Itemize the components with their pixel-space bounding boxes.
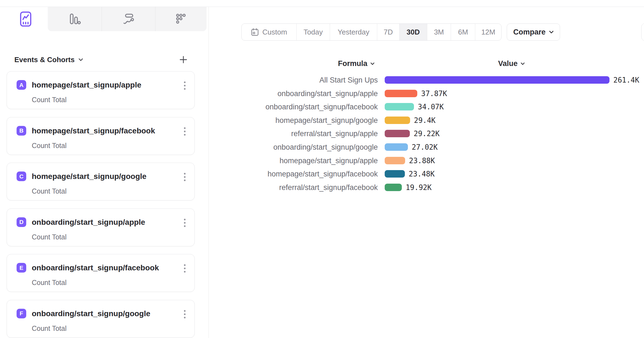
add-event-button[interactable] <box>178 55 188 65</box>
kebab-menu-icon[interactable] <box>183 264 186 273</box>
event-name: onboarding/start_signup/apple <box>32 218 175 227</box>
event-metric[interactable]: Count Total <box>32 279 67 287</box>
formula-header[interactable]: Formula <box>338 59 375 68</box>
tab-retention[interactable] <box>155 7 207 31</box>
sidebar-title: Events & Cohorts <box>14 56 75 64</box>
bar-chart-icon <box>69 13 81 25</box>
event-badge: F <box>17 309 26 318</box>
bar-label: onboarding/start_signup/google <box>193 143 378 151</box>
retention-dots-icon <box>175 13 187 25</box>
tab-insights[interactable] <box>3 7 48 31</box>
chevron-down-icon <box>370 62 374 65</box>
bar-value: 29.4K <box>414 117 436 124</box>
date-range-7d[interactable]: 7D <box>377 24 399 40</box>
date-range-today[interactable]: Today <box>296 24 330 40</box>
event-card-c[interactable]: Chomepage/start_signup/googleCount Total <box>7 163 195 200</box>
event-metric[interactable]: Count Total <box>32 233 67 241</box>
date-range-label: Custom <box>262 28 287 36</box>
clipped-edge-button[interactable] <box>641 23 644 41</box>
event-name: onboarding/start_signup/google <box>32 309 175 318</box>
date-range-label: 12M <box>481 28 495 36</box>
chart-row: referral/start_signup/facebook19.92K <box>0 184 644 191</box>
chart-row: All Start Sign Ups261.4K <box>0 76 644 84</box>
date-range-3m[interactable]: 3M <box>427 24 451 40</box>
event-badge: E <box>17 263 26 273</box>
bar[interactable] <box>385 90 417 97</box>
bar[interactable] <box>385 170 405 178</box>
chevron-down-icon <box>520 62 525 65</box>
bar-label: All Start Sign Ups <box>193 76 378 84</box>
bar-value: 23.88K <box>409 157 435 165</box>
date-range-label: Yesterday <box>338 28 369 36</box>
event-name: onboarding/start_signup/facebook <box>32 263 175 272</box>
chart-row: homepage/start_signup/apple23.88K <box>0 157 644 165</box>
kebab-menu-icon[interactable] <box>183 310 186 318</box>
chart-row: onboarding/start_signup/facebook34.07K <box>0 103 644 111</box>
date-range-label: 6M <box>458 28 468 36</box>
date-range-custom[interactable]: Custom <box>242 24 296 40</box>
bar-value: 34.07K <box>418 103 444 111</box>
date-range-label: 30D <box>407 28 420 36</box>
date-range-label: Today <box>303 28 323 36</box>
bar[interactable] <box>385 103 414 110</box>
date-range-30d[interactable]: 30D <box>399 24 427 40</box>
bar-value: 29.22K <box>414 130 440 138</box>
bar[interactable] <box>385 130 410 137</box>
event-badge: D <box>17 217 26 227</box>
event-metric[interactable]: Count Total <box>32 324 67 332</box>
flow-curve-icon <box>122 13 134 25</box>
sidebar-header: Events & Cohorts <box>14 53 188 66</box>
event-card-f[interactable]: Fonboarding/start_signup/googleCount Tot… <box>7 300 195 338</box>
bar-label: onboarding/start_signup/apple <box>193 90 378 97</box>
events-cohorts-dropdown[interactable]: Events & Cohorts <box>14 56 83 64</box>
chart-row: referral/start_signup/apple29.22K <box>0 130 644 138</box>
bar-label: homepage/start_signup/google <box>193 117 378 124</box>
bar-label: onboarding/start_signup/facebook <box>193 103 378 111</box>
date-range-12m[interactable]: 12M <box>475 24 501 40</box>
line-chart-icon <box>20 11 31 27</box>
kebab-menu-icon[interactable] <box>183 219 186 227</box>
bar-value: 19.92K <box>406 184 432 191</box>
plus-icon <box>179 56 188 64</box>
calendar-icon <box>251 28 259 36</box>
compare-label: Compare <box>513 28 545 36</box>
date-range-yesterday[interactable]: Yesterday <box>330 24 377 40</box>
bar-label: homepage/start_signup/facebook <box>193 170 378 178</box>
bar[interactable] <box>385 117 410 124</box>
date-range-selector: CustomTodayYesterday7D30D3M6M12M <box>241 23 502 41</box>
chart-row: onboarding/start_signup/google27.02K <box>0 143 644 151</box>
date-range-6m[interactable]: 6M <box>451 24 475 40</box>
bar-value: 27.02K <box>412 143 438 151</box>
bar[interactable] <box>385 143 408 151</box>
bar-label: homepage/start_signup/apple <box>193 157 378 165</box>
value-header-label: Value <box>498 59 518 68</box>
chart-row: onboarding/start_signup/apple37.87K <box>0 90 644 97</box>
tab-funnels[interactable] <box>48 7 102 31</box>
bar-label: referral/start_signup/facebook <box>193 184 378 191</box>
compare-button[interactable]: Compare <box>507 23 560 41</box>
bar-value: 23.48K <box>409 170 435 178</box>
date-range-label: 3M <box>434 28 444 36</box>
bar-value: 37.87K <box>421 90 447 97</box>
bar-label: referral/start_signup/apple <box>193 130 378 138</box>
event-card-e[interactable]: Eonboarding/start_signup/facebookCount T… <box>7 254 195 292</box>
bar[interactable] <box>385 157 405 164</box>
chevron-down-icon <box>78 58 83 61</box>
formula-header-label: Formula <box>338 59 368 68</box>
tab-flows[interactable] <box>102 7 155 31</box>
chart-row: homepage/start_signup/google29.4K <box>0 117 644 124</box>
chart-row: homepage/start_signup/facebook23.48K <box>0 170 644 178</box>
bar[interactable] <box>385 184 402 191</box>
event-card-d[interactable]: Donboarding/start_signup/appleCount Tota… <box>7 208 195 246</box>
chevron-down-icon <box>549 31 554 34</box>
bar-value: 261.4K <box>613 76 639 84</box>
bar[interactable] <box>385 76 609 84</box>
date-range-label: 7D <box>384 28 393 36</box>
insights-report-page: Events & Cohorts Ahomepage/start_signup/… <box>0 0 644 338</box>
value-header[interactable]: Value <box>498 59 525 68</box>
